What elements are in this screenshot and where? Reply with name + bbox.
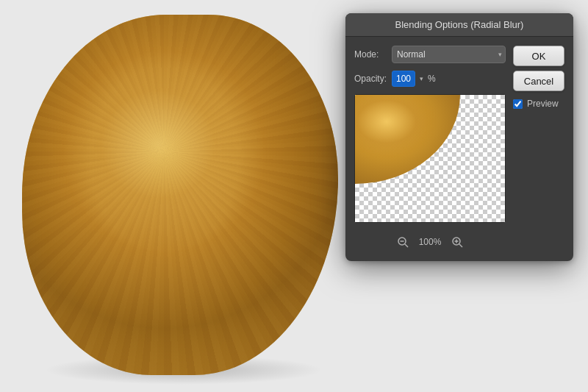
mode-select-wrapper[interactable]: Normal Dissolve Darken Multiply Screen O… [392,46,506,63]
dialog-titlebar: Blending Options (Radial Blur) [345,13,573,37]
preview-checkbox-label[interactable]: Preview [527,99,559,109]
zoom-in-icon [451,236,463,248]
mode-row: Mode: Normal Dissolve Darken Multiply Sc… [354,46,506,63]
fur-blob [22,15,338,375]
preview-fur-content [355,95,460,184]
preview-checkbox-row: Preview [513,99,564,109]
preview-thumbnail [354,94,506,223]
zoom-out-button[interactable] [395,235,410,249]
opacity-row: Opacity: 100 ▾ % [354,71,506,87]
zoom-controls: 100% [354,230,506,252]
mode-select[interactable]: Normal Dissolve Darken Multiply Screen O… [392,46,506,63]
preview-checkbox[interactable] [513,99,523,109]
mode-label: Mode: [354,49,387,60]
blending-options-dialog: Blending Options (Radial Blur) Mode: Nor… [345,13,573,261]
svg-line-4 [459,244,462,247]
dialog-right-panel: OK Cancel Preview [513,46,564,252]
opacity-percent: % [428,74,436,84]
dialog-left-panel: Mode: Normal Dissolve Darken Multiply Sc… [354,46,506,252]
dialog-title: Blending Options (Radial Blur) [395,19,524,30]
opacity-value[interactable]: 100 [392,71,415,87]
dialog-body: Mode: Normal Dissolve Darken Multiply Sc… [345,37,573,261]
cancel-button[interactable]: Cancel [513,71,564,91]
zoom-in-button[interactable] [450,235,465,249]
zoom-out-icon [397,236,409,248]
svg-line-1 [405,244,408,247]
opacity-chevron-icon[interactable]: ▾ [420,75,423,82]
zoom-level-display: 100% [419,237,442,247]
ok-button[interactable]: OK [513,46,564,66]
opacity-label: Opacity: [354,74,387,84]
